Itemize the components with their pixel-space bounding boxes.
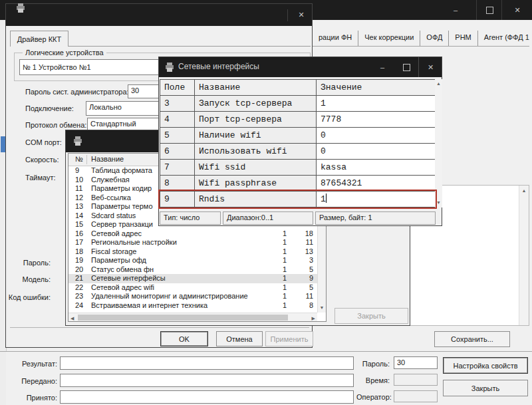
table-cell[interactable]: 7 <box>160 160 195 176</box>
table-cell[interactable]: 6 <box>160 144 195 160</box>
list-cell-l-num: 9 <box>68 166 84 176</box>
list-cell-l-name: Сетевой адрес <box>84 229 268 239</box>
list-cell-l-num: 21 <box>68 274 84 283</box>
kkt-password-label: Пароль: <box>11 259 51 267</box>
network-table[interactable]: ПолеНазваниеЗначение3Запуск tcp-сервера1… <box>160 79 436 207</box>
list-cell-l-c1: 1 <box>268 301 287 311</box>
list-cell-l-c1: 1 <box>268 238 287 247</box>
list-cell-l-c2: 8 <box>287 301 317 311</box>
list-cell-l-c2: 13 <box>287 247 317 257</box>
result-field[interactable] <box>60 356 354 370</box>
table-cell[interactable]: 8 <box>160 176 195 192</box>
list-item[interactable]: 17Региональные настройки111 <box>68 238 317 247</box>
table-cell[interactable]: kassa <box>317 160 436 176</box>
received-field[interactable] <box>60 390 354 404</box>
close-icon[interactable]: ✕ <box>292 7 311 23</box>
down-arrow-icon[interactable]: ▼ <box>435 200 442 206</box>
main-tab-3[interactable]: РНМ <box>449 31 477 46</box>
driver-titlebar: ✕ <box>6 4 312 26</box>
table-cell[interactable]: 0 <box>317 128 436 144</box>
list-cell-l-name: Встраиваемая и интернет техника <box>84 301 268 311</box>
main-tab-1[interactable]: Чек коррекции <box>358 31 420 46</box>
table-cell[interactable]: Запуск tcp-сервера <box>195 96 317 112</box>
table-row-field-7[interactable]: 7Wifi ssidkassa <box>160 160 436 176</box>
main-tab-2[interactable]: ОФД <box>420 31 449 46</box>
main-tab-4[interactable]: Агент (ФФД 1.1) <box>478 31 529 46</box>
table-cell[interactable]: 0 <box>317 144 436 160</box>
close-icon[interactable]: ✕ <box>418 57 442 77</box>
table-cell[interactable]: Наличие wifi <box>195 128 317 144</box>
tab-driver-kkt[interactable]: Драйвер ККТ <box>10 31 68 47</box>
table-row-field-6[interactable]: 6Использовать wifi0 <box>160 144 436 160</box>
table-cell[interactable]: Wifi passphrase <box>195 176 317 192</box>
list-cell-l-num: 24 <box>68 301 84 311</box>
protocol-label: Протокол обмена: <box>25 121 86 129</box>
log-scrollbar[interactable]: ▲ <box>519 186 529 325</box>
table-cell[interactable]: 4 <box>160 112 195 128</box>
list-cell-l-num: 14 <box>68 211 84 221</box>
table-cell[interactable]: 87654321 <box>317 176 436 192</box>
table-cell[interactable]: 1 <box>317 96 436 112</box>
list-cell-l-c1: 1 <box>268 229 287 239</box>
table-row-field-4[interactable]: 4Порт tcp-сервера7778 <box>160 112 436 128</box>
page-scrollbar-thumb[interactable] <box>1 136 5 152</box>
close-main-button[interactable]: Закрыть <box>443 380 528 396</box>
table-row-field-8[interactable]: 8Wifi passphrase87654321 <box>160 176 436 192</box>
list-item[interactable]: 19Параметры офд13 <box>68 256 317 265</box>
main-tab-0[interactable]: рации ФН <box>313 31 358 46</box>
list-item[interactable]: 20Статус обмена фн15 <box>68 265 317 275</box>
admin-password-label: Пароль сист. администратора: <box>25 88 129 96</box>
up-arrow-icon[interactable]: ▲ <box>435 80 442 87</box>
password-field[interactable]: 30 <box>394 356 438 369</box>
list-item[interactable]: 23Удаленный мониторинг и администрирован… <box>68 292 317 301</box>
list-item[interactable]: 22Сетевой адрес wifi15 <box>68 283 317 293</box>
cancel-button[interactable]: Отмена <box>216 331 263 346</box>
left-arrow-icon[interactable]: ◀ <box>70 315 74 322</box>
text-cursor <box>326 194 327 203</box>
save-button[interactable]: Сохранить... <box>434 331 510 347</box>
table-row-field-5[interactable]: 5Наличие wifi0 <box>160 128 436 144</box>
minimize-icon[interactable]: – <box>370 57 394 77</box>
minimize-icon[interactable]: – <box>444 0 467 20</box>
table-row-field-3[interactable]: 3Запуск tcp-сервера1 <box>160 96 436 112</box>
list-cell-l-c1: 1 <box>268 283 287 293</box>
speed-label: Скорость: <box>25 156 59 164</box>
table-cell[interactable]: Rndis <box>195 192 317 207</box>
connection-combo[interactable]: Локально <box>86 101 163 116</box>
table-cell[interactable]: Использовать wifi <box>195 144 317 160</box>
list-item[interactable]: 24Встраиваемая и интернет техника18 <box>68 301 317 311</box>
down-arrow-icon[interactable]: ▼ <box>318 305 326 311</box>
list-item[interactable]: 18Fiscal storage113 <box>68 247 317 257</box>
sent-field[interactable] <box>60 374 354 387</box>
maximize-icon[interactable] <box>394 57 418 77</box>
props-button[interactable]: Настройка свойств <box>443 357 528 374</box>
table-cell[interactable]: 9 <box>160 192 195 207</box>
bottom-panel: Результат: Передано: Принято: Пароль: 30… <box>6 352 532 405</box>
network-dialog-title: Сетевые интерфейсы <box>178 62 259 71</box>
table-cell[interactable]: Wifi ssid <box>195 160 317 176</box>
network-titlebar[interactable]: Сетевые интерфейсы – ✕ <box>159 57 442 77</box>
time-field <box>394 374 438 386</box>
value-editor[interactable]: 1 <box>317 192 436 207</box>
list-cell-l-num: 20 <box>68 265 84 275</box>
right-arrow-icon[interactable]: ▶ <box>312 315 315 322</box>
status-range: Диапазон:0..1 <box>223 211 313 225</box>
hscroll-thumb[interactable] <box>78 315 288 321</box>
up-arrow-icon[interactable]: ▲ <box>519 188 529 194</box>
maximize-icon[interactable] <box>476 0 502 20</box>
table-cell[interactable]: 5 <box>160 128 195 144</box>
table-cell[interactable]: 3 <box>160 96 195 112</box>
model-label: Модель: <box>11 275 51 283</box>
list-item[interactable]: 16Сетевой адрес118 <box>68 229 317 239</box>
list-cell-l-num: 16 <box>68 229 84 239</box>
table-cell[interactable]: 7778 <box>317 112 436 128</box>
close-icon[interactable]: ✕ <box>501 0 532 20</box>
table-row-field-9[interactable]: 9Rndis1 <box>160 192 436 207</box>
table-vscrollbar[interactable]: ▲ ▼ <box>435 79 442 207</box>
table-cell[interactable]: Порт tcp-сервера <box>195 112 317 128</box>
ok-button[interactable]: OK <box>160 331 208 346</box>
screen: – ✕ рации ФНЧек коррекцииОФДРНМАгент (ФФ… <box>0 0 532 405</box>
list-item[interactable]: 21Сетевые интерфейсы19 <box>68 274 317 283</box>
list-cell-l-num: 10 <box>68 176 84 185</box>
list-hscrollbar[interactable]: ◀ ▶ <box>68 313 317 321</box>
